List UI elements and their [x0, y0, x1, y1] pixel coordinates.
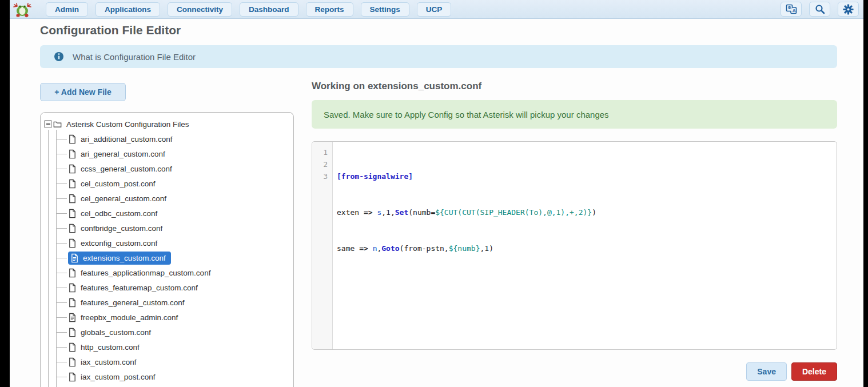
tree-connector: [56, 288, 67, 288]
tree-connector: [56, 228, 67, 229]
tree-connector: [56, 258, 67, 258]
tab-settings[interactable]: Settings: [361, 2, 409, 17]
add-new-file-button[interactable]: + Add New File: [40, 83, 126, 101]
tree-connector: [56, 213, 67, 214]
tree-file-item[interactable]: ari_additional_custom.conf: [41, 131, 293, 146]
tree-connector: [56, 198, 67, 199]
tab-dashboard[interactable]: Dashboard: [240, 2, 298, 17]
nav-tabs: Admin Applications Connectivity Dashboar…: [46, 2, 451, 17]
settings-button[interactable]: [838, 2, 859, 17]
tree-file-item[interactable]: iax_custom_post.conf: [41, 369, 293, 384]
file-icon: [68, 298, 77, 308]
file-content-icon: [68, 313, 77, 322]
page-title: Configuration File Editor: [40, 23, 181, 37]
tree-file-item[interactable]: confbridge_custom.conf: [41, 221, 293, 236]
file-icon: [68, 224, 77, 233]
file-tree-panel: Asterisk Custom Configuration Files ari_…: [40, 112, 294, 387]
tree-file-item[interactable]: features_general_custom.conf: [41, 295, 293, 310]
tree-file-item[interactable]: features_featuremap_custom.conf: [41, 280, 293, 295]
tab-admin[interactable]: Admin: [46, 2, 88, 17]
tree-connector: [56, 243, 67, 244]
file-name: http_custom.conf: [81, 343, 140, 352]
tree-file-item[interactable]: extconfig_custom.conf: [41, 236, 293, 250]
freepbx-logo-icon[interactable]: [11, 1, 33, 18]
tree-file-item[interactable]: ccss_general_custom.conf: [41, 161, 293, 176]
file-name: confbridge_custom.conf: [81, 224, 162, 233]
file-name: cel_general_custom.conf: [81, 194, 166, 203]
tab-connectivity[interactable]: Connectivity: [168, 2, 232, 17]
tab-reports[interactable]: Reports: [306, 2, 353, 17]
file-name: freepbx_module_admin.conf: [81, 313, 178, 322]
tree-file-item[interactable]: http_custom.conf: [41, 340, 293, 354]
tree-connector: [56, 302, 67, 303]
save-button[interactable]: Save: [746, 362, 787, 381]
tree-file-item[interactable]: features_applicationmap_custom.conf: [41, 265, 293, 280]
tree-connector: [56, 169, 67, 169]
file-icon: [68, 238, 77, 248]
tree-file-item[interactable]: cel_odbc_custom.conf: [41, 206, 293, 221]
folder-icon: [53, 119, 62, 129]
collapse-icon[interactable]: [44, 120, 52, 128]
line-number: 2: [312, 158, 328, 170]
tree-root-node[interactable]: Asterisk Custom Configuration Files: [41, 117, 293, 131]
tree-file-item[interactable]: ari_general_custom.conf: [41, 146, 293, 161]
file-icon: [68, 194, 77, 204]
code-line: [from-signalwire]: [337, 170, 837, 182]
file-icon: [68, 164, 77, 174]
file-icon: [68, 342, 77, 352]
svg-text:A: A: [792, 8, 795, 13]
file-icon: [68, 328, 77, 337]
language-button[interactable]: A: [781, 2, 802, 17]
file-name: features_featuremap_custom.conf: [81, 284, 198, 292]
tree-connector: [56, 183, 67, 184]
info-icon: [54, 51, 64, 62]
file-icon: [68, 372, 77, 382]
file-name: ari_additional_custom.conf: [81, 135, 173, 143]
code-line: exten => s,1,Set(numb=${CUT(CUT(SIP_HEAD…: [337, 206, 837, 218]
nav-utility-buttons: A: [781, 2, 859, 17]
file-name: iax_custom.conf: [81, 358, 137, 366]
delete-button[interactable]: Delete: [791, 362, 837, 381]
app-window: Admin Applications Connectivity Dashboar…: [10, 0, 863, 387]
config-code-editor[interactable]: 1 2 3 [from-signalwire] exten => s,1,Set…: [312, 141, 837, 350]
line-number: 1: [312, 146, 328, 158]
search-button[interactable]: [809, 2, 830, 17]
tree-root-label: Asterisk Custom Configuration Files: [66, 120, 189, 129]
language-icon: A: [786, 4, 797, 14]
tree-connector: [56, 154, 67, 154]
tree-connector: [56, 139, 67, 139]
code-area[interactable]: [from-signalwire] exten => s,1,Set(numb=…: [333, 142, 837, 349]
tree-connector: [56, 273, 67, 273]
tree-file-item[interactable]: freepbx_module_admin.conf: [41, 310, 293, 325]
file-icon: [68, 283, 77, 293]
tree-connector: [56, 347, 67, 348]
tab-ucp[interactable]: UCP: [417, 2, 452, 17]
file-icon: [68, 209, 77, 218]
tree-connector: [56, 362, 67, 362]
tab-applications[interactable]: Applications: [95, 2, 160, 17]
file-name: extconfig_custom.conf: [81, 239, 157, 248]
info-banner[interactable]: What is Configuration File Editor: [40, 45, 837, 68]
saved-success-alert: Saved. Make sure to Apply Config so that…: [312, 100, 837, 129]
working-on-heading: Working on extensions_custom.conf: [312, 81, 481, 92]
file-name: extensions_custom.conf: [83, 254, 166, 262]
line-number-gutter: 1 2 3: [312, 142, 333, 349]
info-banner-text: What is Configuration File Editor: [73, 52, 196, 62]
tree-file-item[interactable]: globals_custom.conf: [41, 325, 293, 340]
settings-gear-icon: [843, 4, 854, 15]
file-name: cel_custom_post.conf: [81, 179, 156, 188]
tree-connector: [56, 377, 67, 377]
line-number: 3: [312, 170, 328, 182]
file-tree: Asterisk Custom Configuration Files ari_…: [41, 117, 293, 387]
tree-file-item[interactable]: iax_custom.conf: [41, 354, 293, 369]
file-name: ari_general_custom.conf: [81, 150, 165, 158]
file-icon: [68, 179, 77, 189]
tree-file-item[interactable]: [41, 384, 293, 387]
file-name: iax_custom_post.conf: [81, 373, 156, 381]
search-icon: [815, 4, 825, 14]
tree-file-item[interactable]: cel_custom_post.conf: [41, 176, 293, 191]
editor-actions: Save Delete: [312, 362, 837, 381]
tree-file-item-selected[interactable]: extensions_custom.conf: [41, 250, 293, 265]
tree-file-item[interactable]: cel_general_custom.conf: [41, 191, 293, 206]
tree-connector: [56, 332, 67, 333]
